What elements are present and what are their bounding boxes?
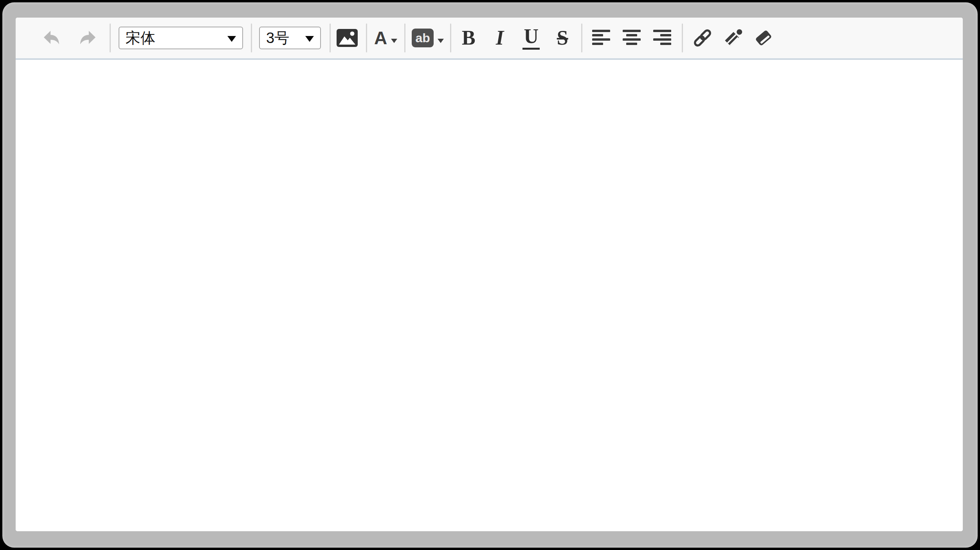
italic-label: I — [496, 28, 504, 48]
caret-down-icon — [391, 39, 397, 43]
eraser-button[interactable] — [751, 24, 776, 52]
toolbar-separator — [682, 23, 683, 52]
strikethrough-button[interactable]: S — [550, 24, 575, 52]
rich-text-editor: 宋体 3号 — [16, 18, 963, 531]
format-brush-button[interactable] — [721, 24, 746, 52]
font-size-value: 3号 — [266, 31, 289, 45]
format-brush-icon — [723, 28, 743, 48]
italic-button[interactable]: I — [487, 24, 512, 52]
caret-down-icon — [227, 36, 236, 42]
redo-button[interactable] — [75, 24, 100, 52]
toolbar-separator — [581, 23, 582, 52]
toolbar-separator — [110, 23, 111, 52]
editor-window-frame: 宋体 3号 — [2, 2, 978, 548]
text-color-label: A — [374, 29, 387, 47]
align-center-icon — [622, 29, 641, 47]
toolbar-separator — [330, 23, 331, 52]
align-left-button[interactable] — [589, 24, 614, 52]
toolbar-separator — [450, 23, 451, 52]
link-button[interactable] — [690, 24, 715, 52]
underline-label: U — [522, 26, 540, 50]
link-icon — [692, 28, 713, 48]
undo-button[interactable] — [39, 24, 64, 52]
insert-image-button[interactable] — [335, 24, 360, 52]
eraser-icon — [753, 28, 774, 48]
bold-button[interactable]: B — [456, 24, 481, 52]
bold-label: B — [462, 28, 476, 48]
highlight-color-button[interactable]: ab — [410, 24, 445, 52]
toolbar-separator — [251, 23, 252, 52]
editor-content-area[interactable] — [16, 60, 963, 531]
formatting-toolbar: 宋体 3号 — [16, 18, 963, 60]
strikethrough-label: S — [557, 28, 568, 48]
font-size-select[interactable]: 3号 — [259, 27, 321, 49]
font-family-value: 宋体 — [126, 31, 155, 45]
toolbar-separator — [366, 23, 367, 52]
font-family-select[interactable]: 宋体 — [119, 27, 243, 49]
image-icon — [336, 29, 358, 47]
align-left-icon — [592, 29, 611, 47]
text-color-button[interactable]: A — [373, 24, 399, 52]
align-right-icon — [653, 29, 672, 47]
underline-button[interactable]: U — [519, 24, 544, 52]
caret-down-icon — [438, 39, 444, 43]
toolbar-separator — [404, 23, 405, 52]
highlight-badge: ab — [412, 29, 434, 47]
undo-icon — [43, 30, 61, 46]
redo-icon — [79, 30, 97, 46]
align-center-button[interactable] — [619, 24, 644, 52]
caret-down-icon — [305, 36, 314, 42]
align-right-button[interactable] — [650, 24, 675, 52]
